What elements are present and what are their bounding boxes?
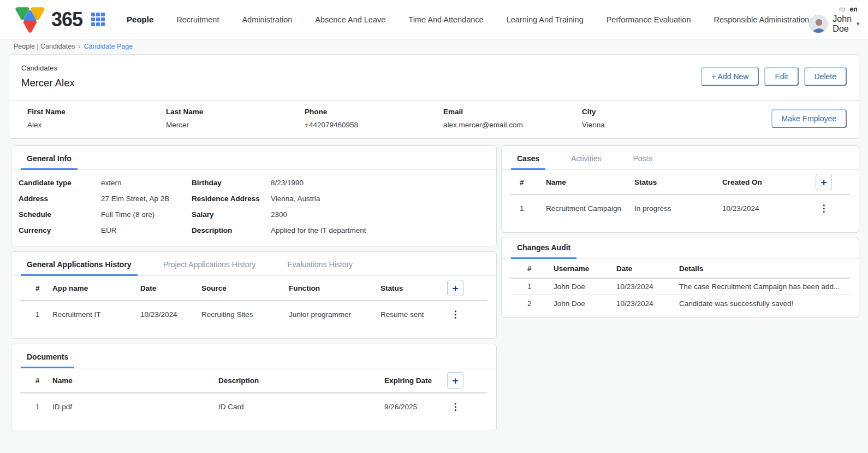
main-navigation: People Recruitment Administration Absenc… bbox=[127, 15, 809, 24]
document-row[interactable]: 1 ID.pdf ID Card 9/26/2025 ⋮ bbox=[20, 393, 487, 420]
general-info-row: Candidate type extern Birthday 8/23/1990 bbox=[11, 175, 485, 191]
add-application-button[interactable]: + bbox=[447, 280, 463, 296]
general-info-row: Schedule Full Time (8 ore) Salary 2300 bbox=[11, 207, 485, 222]
breadcrumb-current[interactable]: Candidate Page bbox=[84, 43, 133, 50]
tab-documents[interactable]: Documents bbox=[21, 344, 74, 368]
nav-item-time-and-attendance[interactable]: Time And Attendance bbox=[408, 15, 483, 24]
lang-en[interactable]: en bbox=[850, 5, 858, 13]
applications-history-card: General Applications History Project App… bbox=[11, 251, 497, 339]
language-switcher: ro en bbox=[839, 5, 860, 13]
documents-card: Documents # Name Description Expiring Da… bbox=[11, 344, 497, 431]
audit-row: 1 John Doe 10/23/2024 The case Recruitme… bbox=[510, 279, 850, 295]
documents-tabs: Documents bbox=[11, 344, 496, 368]
user-menu[interactable]: John Doe ▾ bbox=[809, 14, 859, 34]
avatar bbox=[809, 15, 828, 33]
left-column: General Info Candidate type extern Birth… bbox=[11, 145, 497, 436]
documents-table-header: # Name Description Expiring Date + bbox=[20, 368, 487, 393]
section-label: Candidates bbox=[21, 64, 75, 72]
add-case-button[interactable]: + bbox=[816, 174, 832, 190]
breadcrumb-separator-icon: › bbox=[78, 43, 80, 50]
kebab-menu-icon[interactable]: ⋮ bbox=[447, 401, 463, 413]
title-row: Candidates Mercer Alex + Add New Edit De… bbox=[9, 55, 859, 100]
breadcrumb: People | Candidates › Candidate Page bbox=[0, 39, 868, 53]
tab-project-applications-history[interactable]: Project Applications History bbox=[157, 252, 262, 276]
header-actions: + Add New Edit Delete bbox=[701, 67, 847, 86]
tab-general-applications-history[interactable]: General Applications History bbox=[21, 252, 138, 276]
changes-audit-table-header: # Username Date Details bbox=[510, 259, 850, 279]
kebab-menu-icon[interactable]: ⋮ bbox=[816, 203, 832, 214]
cases-card: Cases Activities Posts # Name Status Cre… bbox=[501, 145, 859, 233]
changes-audit-table: # Username Date Details 1 John Doe 10/23… bbox=[510, 259, 850, 317]
delete-button[interactable]: Delete bbox=[804, 67, 847, 86]
nav-item-administration[interactable]: Administration bbox=[242, 15, 292, 24]
cases-table: # Name Status Created On + 1 Recruitment… bbox=[510, 170, 850, 221]
summary-fields-row: First Name Alex Last Name Mercer Phone +… bbox=[9, 100, 859, 138]
cases-tabs: Cases Activities Posts bbox=[502, 146, 859, 170]
nav-item-responsible-administration[interactable]: Responsible Administration bbox=[714, 15, 809, 24]
nav-item-recruitment[interactable]: Recruitment bbox=[176, 15, 219, 24]
candidate-header-card: Candidates Mercer Alex + Add New Edit De… bbox=[9, 54, 859, 139]
edit-button[interactable]: Edit bbox=[764, 67, 798, 86]
page-title: Mercer Alex bbox=[21, 77, 75, 89]
nav-item-people[interactable]: People bbox=[127, 15, 153, 24]
applications-table: # App name Date Source Function Status +… bbox=[20, 276, 487, 327]
general-info-row: Address 27 Elm Street, Ap 2B Residence A… bbox=[11, 191, 485, 207]
app-logo[interactable]: 365 bbox=[14, 5, 82, 34]
make-employee-button[interactable]: Make Employee bbox=[771, 109, 847, 128]
case-row[interactable]: 1 Recruitment Campaign In progress 10/23… bbox=[510, 195, 850, 221]
field-last-name: Last Name Mercer bbox=[166, 108, 305, 129]
field-phone: Phone +442079460958 bbox=[305, 108, 443, 129]
changes-audit-card: Changes Audit # Username Date Details 1 … bbox=[501, 238, 859, 317]
changes-audit-tabs: Changes Audit bbox=[502, 238, 859, 259]
tab-evaluations-history[interactable]: Evaluations History bbox=[281, 252, 359, 276]
add-document-button[interactable]: + bbox=[447, 372, 463, 389]
apps-grid-icon[interactable] bbox=[91, 13, 105, 26]
user-name: John Doe bbox=[833, 14, 852, 34]
main-columns: General Info Candidate type extern Birth… bbox=[0, 145, 868, 436]
documents-table: # Name Description Expiring Date + 1 ID.… bbox=[20, 368, 487, 420]
general-info-card: General Info Candidate type extern Birth… bbox=[11, 145, 497, 246]
application-row[interactable]: 1 Recruitment IT 10/23/2024 Recruiting S… bbox=[20, 301, 487, 327]
field-email: Email alex.mercer@email.com bbox=[443, 108, 582, 129]
right-column: Cases Activities Posts # Name Status Cre… bbox=[501, 145, 859, 322]
tab-general-info[interactable]: General Info bbox=[21, 146, 78, 170]
general-info-tabs: General Info bbox=[11, 146, 496, 170]
nav-item-learning-and-training[interactable]: Learning And Training bbox=[507, 15, 584, 24]
nav-item-absence-and-leave[interactable]: Absence And Leave bbox=[315, 15, 385, 24]
top-navbar: 365 People Recruitment Administration Ab… bbox=[0, 0, 868, 39]
applications-tabs: General Applications History Project App… bbox=[11, 252, 496, 276]
kebab-menu-icon[interactable]: ⋮ bbox=[447, 309, 463, 320]
cases-table-header: # Name Status Created On + bbox=[510, 170, 850, 195]
applications-table-header: # App name Date Source Function Status + bbox=[20, 276, 487, 301]
tab-activities[interactable]: Activities bbox=[565, 146, 607, 170]
add-new-button[interactable]: + Add New bbox=[701, 67, 759, 86]
breadcrumb-trail[interactable]: People | Candidates bbox=[14, 43, 75, 50]
general-info-table: Candidate type extern Birthday 8/23/1990… bbox=[11, 170, 496, 246]
tab-cases[interactable]: Cases bbox=[511, 146, 545, 170]
tab-posts[interactable]: Posts bbox=[627, 146, 658, 170]
topbar-right: ro en John Doe ▾ bbox=[809, 5, 859, 34]
tab-changes-audit[interactable]: Changes Audit bbox=[511, 238, 576, 259]
field-city: City Vienna bbox=[582, 108, 721, 129]
nav-item-performance-evaluation[interactable]: Performance Evaluation bbox=[607, 15, 691, 24]
lang-ro[interactable]: ro bbox=[839, 5, 845, 13]
field-first-name: First Name Alex bbox=[27, 108, 166, 129]
audit-row: 2 John Doe 10/23/2024 Candidate was succ… bbox=[510, 295, 850, 311]
general-info-row: Currency EUR Description Applied for the… bbox=[11, 222, 485, 238]
chevron-down-icon: ▾ bbox=[857, 20, 860, 27]
logo-text: 365 bbox=[51, 8, 82, 31]
logo-triangles-icon bbox=[14, 5, 46, 34]
